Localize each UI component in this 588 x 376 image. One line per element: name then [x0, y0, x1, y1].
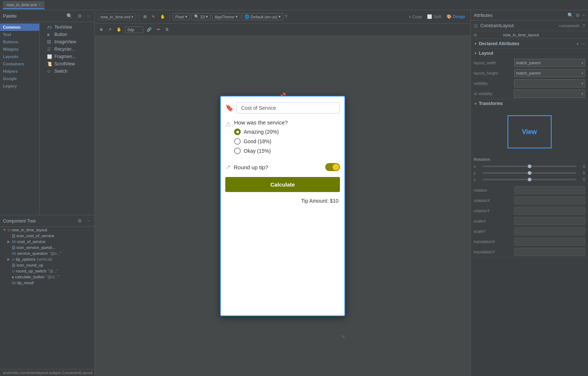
format-tool-button[interactable]: ⇅: [164, 26, 171, 33]
translationX-field-label: translationX: [474, 239, 514, 244]
cursor-button[interactable]: ↖: [150, 13, 157, 20]
tab-close-icon[interactable]: ×: [39, 3, 41, 7]
widget-unnamed-label: <unnamed>: [559, 24, 580, 28]
pan-button[interactable]: ✋: [158, 13, 167, 20]
round-up-toggle[interactable]: [325, 163, 340, 171]
palette-category-helpers[interactable]: Helpers: [0, 68, 39, 75]
design-mode-button[interactable]: 🎨 Design: [444, 13, 467, 20]
tree-expand-cost-service[interactable]: ▶: [7, 240, 11, 243]
attributes-search-icon[interactable]: 🔍: [567, 12, 573, 18]
visibility-select-1[interactable]: ▾: [514, 79, 585, 87]
palette-settings-icon[interactable]: ⚙: [76, 12, 83, 19]
rotation-y-slider[interactable]: [483, 172, 576, 174]
scaleX-field-input[interactable]: [514, 217, 585, 225]
tree-icon-tip-options: ⊙: [12, 257, 15, 261]
rotationY-field-input[interactable]: [514, 207, 585, 215]
split-mode-button[interactable]: ⬜ Split: [425, 13, 443, 20]
radio-okay-circle[interactable]: [234, 148, 241, 154]
declared-attributes-header[interactable]: ▼ Declared Attributes + −: [471, 39, 588, 48]
palette-item-fragment[interactable]: ⬜ Fragmen...: [40, 53, 94, 60]
tree-item-cost-service[interactable]: ▶ Ab cost_of_service: [0, 239, 94, 245]
zoom-selector[interactable]: 🔍 33 ▾: [191, 13, 211, 20]
rotation-z-slider[interactable]: [483, 179, 576, 180]
tree-item-tip-options[interactable]: ▶ ⊙ tip_options (vertical): [0, 256, 94, 262]
tree-item-service-question[interactable]: Ab service_question "@s...": [0, 250, 94, 256]
orient-button[interactable]: ⊞: [141, 13, 148, 20]
tree-item-icon-cost[interactable]: 🖼 icon_cost_of_service: [0, 233, 94, 239]
zoom-in-button[interactable]: ⊕: [98, 26, 105, 33]
pencil-tool-button[interactable]: ✏: [155, 26, 162, 33]
rotation-field-input[interactable]: [514, 186, 585, 194]
tab-filename: now_in_time.xml: [7, 3, 37, 7]
rotation-x-slider[interactable]: [483, 166, 576, 167]
zoom-icon: 🔍: [194, 14, 199, 19]
file-selector[interactable]: now_in_time.xml ▾: [98, 14, 136, 20]
pixel-selector[interactable]: Pixel ▾: [173, 13, 190, 20]
layout-section-header[interactable]: ▼ Layout: [471, 49, 588, 58]
palette-category-common[interactable]: Common: [0, 24, 39, 31]
radio-okay[interactable]: Okay (15%): [234, 148, 340, 154]
rotation-z-value: 0: [578, 177, 585, 182]
link-tool-button[interactable]: 🔗: [145, 26, 154, 33]
component-tree-settings-icon[interactable]: ⚙: [76, 217, 83, 224]
rotation-field-row: rotation: [471, 185, 588, 195]
tree-item-tip-result[interactable]: Ab tip_result: [0, 280, 94, 286]
file-tab[interactable]: now_in_time.xml ×: [3, 1, 44, 9]
palette-category-containers[interactable]: Containers: [0, 60, 39, 68]
offset-selector[interactable]: 0dp: [125, 26, 143, 33]
tree-expand-tip-options[interactable]: ▶: [7, 257, 11, 261]
radio-amazing[interactable]: Amazing (20%): [234, 129, 340, 135]
help-icon[interactable]: ?: [285, 14, 287, 19]
palette-item-switch[interactable]: ⊙ Switch: [40, 68, 94, 75]
palette-minimize-icon[interactable]: −: [86, 12, 92, 19]
radio-amazing-circle[interactable]: [234, 129, 241, 135]
attributes-header: Attributes 🔍 ⚙ −: [471, 10, 588, 21]
rotationX-field-input[interactable]: [514, 196, 585, 205]
palette-item-textview[interactable]: Ab TextView: [40, 24, 94, 31]
component-tree-minimize-icon[interactable]: −: [86, 217, 92, 224]
palette-search-icon[interactable]: 🔍: [65, 12, 74, 19]
visibility-select-2[interactable]: ▾: [514, 90, 585, 98]
radio-good-circle[interactable]: [234, 138, 241, 145]
transforms-section-header[interactable]: ▼ Transforms: [471, 99, 588, 108]
attributes-settings-icon[interactable]: ⚙: [576, 12, 580, 18]
layout-height-select[interactable]: match_parent ▾: [514, 69, 585, 77]
palette-category-layouts[interactable]: Layouts: [0, 53, 39, 60]
palette-item-imageview[interactable]: 🖼 ImageView: [40, 38, 94, 46]
cost-of-service-input[interactable]: [236, 102, 340, 113]
tree-item-round-up-switch[interactable]: ⊙ round_up_switch "@...": [0, 268, 94, 274]
rotation-z-thumb: [528, 178, 531, 181]
hand-tool-button[interactable]: ✋: [115, 26, 123, 33]
locale-icon: 🌐: [244, 14, 250, 19]
locale-selector[interactable]: 🌐 Default (en-us) ▾: [242, 13, 283, 20]
layout-width-select[interactable]: match_parent ▾: [514, 59, 585, 67]
code-mode-button[interactable]: ≡ Code: [406, 13, 424, 20]
select-tool-button[interactable]: ↗: [106, 26, 113, 33]
palette-scroll: Common Text Buttons Widgets Layouts Cont…: [0, 22, 94, 215]
palette-item-scrollview[interactable]: 📜 ScrollView: [40, 60, 94, 68]
translationX-field-input[interactable]: [514, 238, 585, 246]
palette-category-legacy[interactable]: Legacy: [0, 82, 39, 90]
radio-good[interactable]: Good (18%): [234, 138, 340, 145]
palette-item-button-label: Button: [54, 32, 67, 37]
declared-add-icon[interactable]: +: [576, 41, 579, 47]
palette-item-recyclerview[interactable]: ☰ Recycler...: [40, 46, 94, 53]
palette-category-google[interactable]: Google: [0, 75, 39, 82]
palette-category-buttons[interactable]: Buttons: [0, 38, 39, 46]
palette-item-fragment-label: Fragmen...: [54, 54, 76, 59]
tree-expand-root[interactable]: ▼: [3, 228, 7, 232]
attributes-minimize-icon[interactable]: −: [582, 12, 585, 18]
tree-item-icon-round-up[interactable]: 🖼 icon_round_up: [0, 262, 94, 268]
translationY-field-input[interactable]: [514, 248, 585, 256]
widget-help-icon[interactable]: ?: [582, 23, 585, 29]
declared-remove-icon[interactable]: −: [582, 41, 585, 47]
tree-item-calculate-button[interactable]: ■ calculate_button "@st...": [0, 274, 94, 280]
palette-category-text[interactable]: Text: [0, 31, 39, 38]
theme-selector[interactable]: AppTheme ▾: [212, 13, 240, 20]
tree-item-layout-root[interactable]: ▼ ⊙ now_in_time_layout: [0, 227, 94, 233]
palette-category-widgets[interactable]: Widgets: [0, 46, 39, 53]
palette-item-button[interactable]: ■ Button: [40, 31, 94, 38]
scaleY-field-input[interactable]: [514, 227, 585, 235]
calculate-button[interactable]: Calculate: [225, 177, 340, 192]
tree-item-icon-service[interactable]: 🖼 icon_service_questi...: [0, 245, 94, 250]
